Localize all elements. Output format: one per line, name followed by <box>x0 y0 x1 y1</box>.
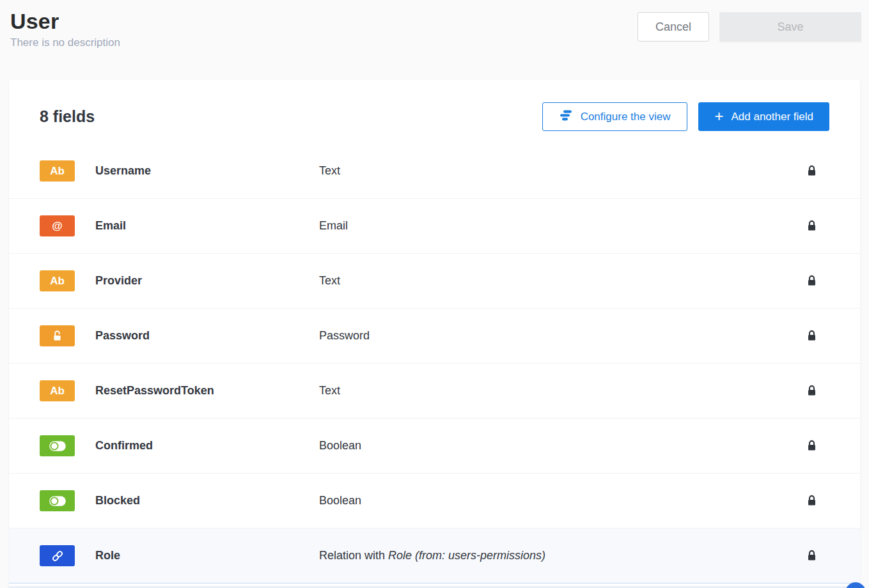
cancel-button[interactable]: Cancel <box>638 12 709 42</box>
card-toolbar: 8 fields Configure the view + Add anothe… <box>9 80 860 144</box>
field-type-text: Relation with <box>319 549 388 562</box>
field-name: Confirmed <box>95 439 319 453</box>
text-icon: Ab <box>40 270 75 291</box>
field-name: ResetPasswordToken <box>95 384 319 398</box>
page-header: User There is no description Cancel Save <box>0 0 869 80</box>
field-type-text: Boolean <box>319 439 361 452</box>
field-name: Role <box>95 549 319 562</box>
field-row-provider[interactable]: Ab Provider Text <box>9 254 860 309</box>
lock-icon <box>806 385 817 397</box>
field-type-text: Text <box>319 274 340 287</box>
field-row-email[interactable]: @ Email Email <box>9 199 860 254</box>
lock-icon <box>806 220 817 232</box>
content-type-card: 8 fields Configure the view + Add anothe… <box>9 80 860 588</box>
field-name: Blocked <box>95 494 319 507</box>
configure-view-button[interactable]: Configure the view <box>542 102 688 131</box>
field-type-text: Boolean <box>319 494 361 507</box>
configure-view-label: Configure the view <box>581 111 671 123</box>
toolbar-buttons: Configure the view + Add another field <box>542 102 829 131</box>
open-lock-icon <box>40 325 75 346</box>
lock-icon <box>806 550 817 562</box>
field-row-role[interactable]: Role Relation with Role (from: users-per… <box>9 529 860 584</box>
field-type: Relation with Role (from: users-permissi… <box>319 549 806 562</box>
toggle-icon <box>40 490 75 511</box>
lock-icon <box>806 275 817 287</box>
lock-icon <box>806 495 817 507</box>
field-type-text: Email <box>319 219 348 232</box>
field-list: Ab Username Text @ Email Email Ab Provid… <box>9 144 860 586</box>
field-row-username[interactable]: Ab Username Text <box>9 144 860 199</box>
lock-icon <box>806 440 817 452</box>
plus-icon: + <box>714 109 723 124</box>
toggle-icon <box>40 435 75 456</box>
text-icon: Ab <box>40 160 75 182</box>
header-actions: Cancel Save <box>638 12 861 42</box>
lock-icon <box>806 330 817 342</box>
at-icon: @ <box>40 215 75 236</box>
layout-bars-icon <box>560 109 573 125</box>
field-type-text: Text <box>319 164 340 177</box>
add-field-button[interactable]: + Add another field <box>698 102 829 131</box>
field-type: Email <box>319 219 806 233</box>
add-field-label: Add another field <box>731 111 813 123</box>
field-type: Password <box>319 329 806 343</box>
field-row-confirmed[interactable]: Confirmed Boolean <box>9 419 860 474</box>
field-name: Username <box>95 164 319 178</box>
field-type-text: Password <box>319 329 370 342</box>
field-type: Text <box>319 274 806 288</box>
field-type: Boolean <box>319 439 806 453</box>
field-name: Provider <box>95 274 319 288</box>
field-type: Text <box>319 164 806 178</box>
save-button[interactable]: Save <box>719 12 861 42</box>
text-icon: Ab <box>40 380 75 401</box>
field-type-detail: Role (from: users-permissions) <box>388 549 545 562</box>
field-type-text: Text <box>319 384 340 397</box>
lock-icon <box>806 165 817 177</box>
fields-count-label: 8 fields <box>40 107 95 126</box>
bottom-filler <box>9 586 860 588</box>
field-name: Password <box>95 329 319 343</box>
field-type: Boolean <box>319 494 806 507</box>
field-type: Text <box>319 384 806 398</box>
field-row-password[interactable]: Password Password <box>9 309 860 364</box>
field-row-blocked[interactable]: Blocked Boolean <box>9 474 860 529</box>
field-name: Email <box>95 219 319 233</box>
field-row-resetpasswordtoken[interactable]: Ab ResetPasswordToken Text <box>9 364 860 419</box>
link-icon <box>40 545 75 566</box>
